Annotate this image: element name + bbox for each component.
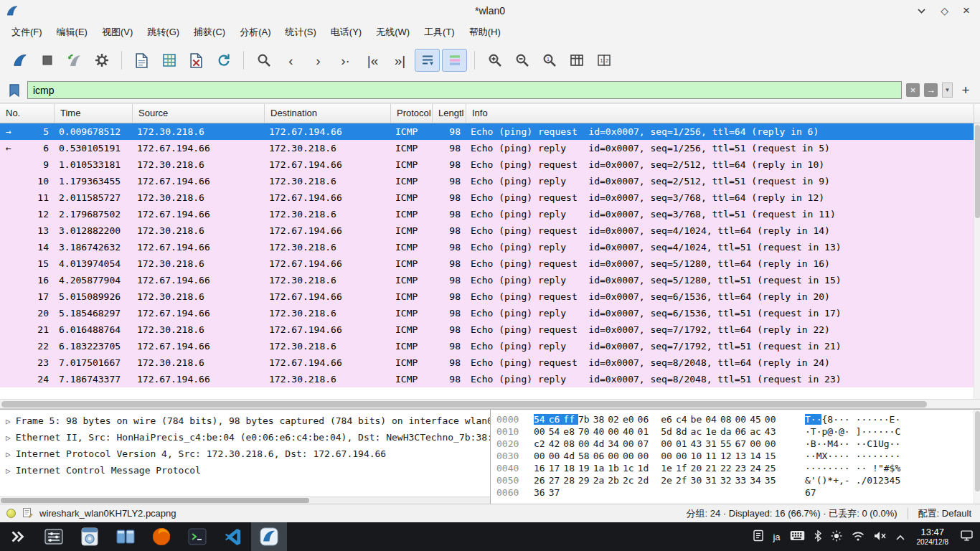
ime-indicator[interactable]: ja [773,532,780,542]
auto-scroll-button[interactable] [415,49,440,72]
hex-byte[interactable]: 2e [661,475,672,486]
go-back-button[interactable]: ‹ [278,49,303,72]
hex-byte[interactable]: 08 [563,438,575,449]
hex-byte[interactable]: 4d [563,451,575,461]
hex-byte[interactable]: 22 [720,463,732,474]
menu-item-11[interactable]: 帮助(H) [462,22,508,42]
ascii-char[interactable]: · [895,438,900,449]
zoom-out-button[interactable] [509,49,534,72]
zoom-reset-button[interactable]: 1 [537,49,562,72]
hex-byte[interactable]: 38 [593,414,605,425]
hex-byte[interactable]: 06 [735,426,747,437]
zoom-in-button[interactable] [482,49,507,72]
hex-byte[interactable]: 29 [578,475,590,486]
hex-byte[interactable]: 00 [623,451,634,461]
hex-byte[interactable]: 26 [534,475,545,486]
app-terminal-settings-button[interactable] [36,522,72,551]
ascii-char[interactable]: - [844,475,850,486]
capture-comment-button[interactable] [22,507,33,520]
ascii-char[interactable]: · [805,426,811,437]
hex-byte[interactable]: 28 [563,475,575,486]
column-header[interactable]: Info [466,104,974,123]
column-header[interactable]: Lengtl [433,104,466,123]
hex-byte[interactable]: 35 [765,475,776,486]
packet-row[interactable]: 226.183223705172.67.194.66172.30.218.6IC… [0,338,980,354]
hex-byte[interactable]: 06 [593,451,605,461]
packet-row[interactable]: 247.186743377172.67.194.66172.30.218.6IC… [0,371,980,387]
packet-row[interactable]: 122.179687502172.67.194.66172.30.218.6IC… [0,206,980,222]
packet-row[interactable]: 175.015089926172.30.218.6172.67.194.66IC… [0,288,980,305]
ascii-char[interactable]: & [805,475,811,486]
packet-row[interactable]: 164.205877904172.67.194.66172.30.218.6IC… [0,272,980,288]
hex-byte[interactable]: 21 [705,463,717,474]
hex-byte[interactable]: 02 [608,414,619,425]
toggle-columns-button[interactable]: 12 [591,49,616,72]
hex-byte[interactable]: da [720,426,732,437]
ascii-char[interactable]: B [811,438,816,449]
hex-byte[interactable]: 54 [534,414,549,425]
hex-byte[interactable]: 1a [593,463,605,474]
hex-row[interactable]: 0040161718191a1b1c1d1e1f202122232425····… [496,462,980,474]
hex-byte[interactable]: 36 [534,487,545,498]
ascii-char[interactable]: 1 [872,475,878,486]
hex-byte[interactable]: 00 [765,438,776,449]
packet-row[interactable]: →50.009678512172.30.218.6172.67.194.66IC… [0,123,980,140]
hex-byte[interactable]: 27 [549,475,560,486]
hex-row[interactable]: 0050262728292a2b2c2d2e2f303132333435&'()… [496,474,980,486]
hex-byte[interactable]: 54 [549,426,560,437]
ascii-char[interactable]: 0 [867,475,872,486]
ascii-char[interactable]: · [867,414,872,425]
column-header[interactable]: Source [133,104,265,123]
find-packet-button[interactable] [251,49,276,72]
ascii-char[interactable]: · [867,451,872,461]
details-horizontal-scrollbar[interactable] [0,496,490,504]
scrollbar-thumb[interactable] [1,498,309,503]
bytes-vertical-scrollbar[interactable] [974,410,980,504]
profile-label[interactable]: 配置: Default [918,507,971,520]
detail-line[interactable]: ▷Internet Control Message Protocol [0,462,490,479]
ascii-char[interactable]: · [839,463,844,474]
ascii-char[interactable]: 8 [827,414,833,425]
menu-item-3[interactable]: 视图(V) [95,22,140,42]
hex-byte[interactable]: 42 [549,438,560,449]
ascii-char[interactable]: · [867,426,872,437]
hex-byte[interactable]: 37 [549,487,560,498]
ascii-char[interactable]: · [805,463,811,474]
packet-row[interactable]: 91.010533181172.30.218.6172.67.194.66ICM… [0,156,980,173]
ascii-char[interactable]: · [833,451,839,461]
filter-dropdown-button[interactable]: ▼ [942,83,953,98]
detail-line[interactable]: ▷Frame 5: 98 bytes on wire (784 bits), 9… [0,413,490,429]
filter-add-button[interactable]: + [957,82,974,99]
open-file-button[interactable] [129,49,154,72]
hex-byte[interactable]: 00 [638,451,649,461]
hex-byte[interactable]: 43 [765,426,776,437]
brightness-tray-button[interactable] [831,530,842,544]
app-vscode-button[interactable] [215,522,251,551]
hex-byte[interactable]: 4d [593,438,605,449]
hex-byte[interactable]: 25 [765,463,776,474]
ascii-char[interactable]: 3 [884,475,890,486]
ascii-char[interactable]: · [884,414,890,425]
go-to-packet-button[interactable]: ›· [333,49,358,72]
ascii-char[interactable]: 1 [872,438,878,449]
capture-options-button[interactable] [89,49,114,72]
menu-item-9[interactable]: 无线(W) [369,22,417,42]
resize-columns-button[interactable] [564,49,589,72]
app-firefox-button[interactable] [143,522,179,551]
hex-byte[interactable]: 00 [661,451,672,461]
colorize-button[interactable] [442,49,467,72]
ascii-char[interactable]: 7 [811,487,816,498]
ascii-char[interactable]: C [895,426,900,437]
close-button[interactable]: × [963,4,970,18]
hex-byte[interactable]: 00 [735,414,747,425]
hex-byte[interactable]: 00 [608,451,619,461]
app-terminal-button[interactable] [179,522,215,551]
ascii-char[interactable]: 5 [895,475,900,486]
hex-byte[interactable]: 8d [676,426,687,437]
ascii-char[interactable]: · [878,426,884,437]
ascii-char[interactable]: · [872,414,878,425]
hex-byte[interactable]: 00 [750,438,761,449]
display-filter-input[interactable] [28,82,901,98]
ascii-char[interactable]: · [872,451,878,461]
menu-item-6[interactable]: 分析(A) [232,22,278,42]
